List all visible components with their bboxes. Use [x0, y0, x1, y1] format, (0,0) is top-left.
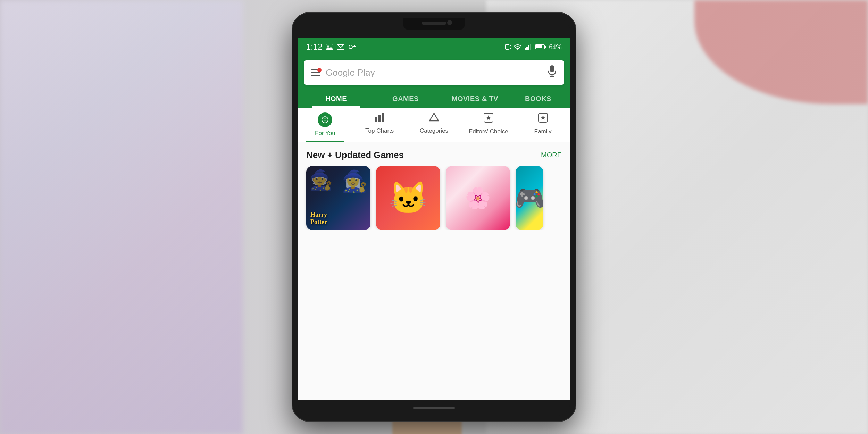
game-card-simons-cat[interactable]: 🐱 [376, 166, 440, 230]
svg-marker-32 [486, 115, 491, 120]
anime-icon: 🌸 [465, 186, 491, 210]
status-right-icons: 64% [504, 43, 562, 51]
categories-label: Categories [420, 127, 448, 134]
game-card-harry-potter[interactable]: 🧙 🧙‍♀️ HarryPotter [306, 166, 370, 230]
subnav-family[interactable]: Family [516, 112, 570, 142]
main-nav-tabs: HOME GAMES MOVIES & TV BOOKS [298, 89, 570, 108]
top-charts-icon [374, 112, 385, 122]
family-icon [538, 112, 548, 125]
svg-rect-6 [506, 44, 509, 49]
status-time: 1:12 [306, 42, 323, 52]
svg-rect-28 [378, 115, 381, 122]
microphone-button[interactable] [547, 65, 557, 80]
for-you-label: For You [315, 130, 335, 137]
section-header: New + Updated Games MORE [298, 142, 570, 166]
image-icon [325, 43, 334, 50]
hamburger-line-2 [311, 72, 320, 73]
svg-rect-29 [382, 113, 384, 122]
categories-icon [429, 112, 439, 125]
phone-notch [403, 18, 465, 30]
svg-marker-34 [541, 115, 545, 120]
bar-chart-icon [374, 112, 385, 125]
phone-notch-bar [298, 18, 570, 38]
svg-rect-27 [375, 117, 377, 122]
tab-books[interactable]: BOOKS [510, 89, 567, 108]
svg-rect-21 [550, 65, 554, 72]
search-bar-container: Google Play [298, 56, 570, 89]
svg-rect-15 [526, 47, 528, 50]
subnav-for-you[interactable]: For You [298, 112, 352, 142]
search-placeholder[interactable]: Google Play [326, 67, 547, 78]
content-area: New + Updated Games MORE 🧙 🧙‍♀️ HarryPot… [298, 142, 570, 400]
phone-screen: 1:12 [298, 38, 570, 400]
svg-point-13 [517, 49, 518, 50]
family-svg-icon [538, 112, 548, 123]
compass-icon [321, 116, 329, 124]
svg-point-3 [349, 45, 352, 49]
svg-marker-30 [429, 113, 439, 121]
svg-marker-25 [324, 118, 326, 119]
hamburger-line-3 [311, 75, 320, 76]
for-you-icon-circle [318, 112, 332, 127]
subnav-editors-choice[interactable]: Editors' Choice [461, 112, 516, 142]
game-card-anime[interactable]: 🌸 [446, 166, 510, 230]
notch-speaker [422, 22, 446, 25]
more-button[interactable]: MORE [541, 151, 562, 159]
tab-games[interactable]: GAMES [371, 89, 440, 108]
tab-home[interactable]: HOME [301, 89, 371, 108]
notch-camera [447, 20, 452, 25]
battery-icon [535, 44, 546, 50]
svg-point-24 [322, 117, 328, 123]
harry-potter-title: HarryPotter [310, 211, 327, 226]
search-bar[interactable]: Google Play [304, 60, 564, 85]
svg-rect-16 [528, 45, 529, 50]
svg-rect-17 [530, 44, 531, 50]
svg-rect-14 [525, 48, 526, 50]
svg-rect-20 [544, 46, 546, 48]
tab-movies-tv[interactable]: MOVIES & TV [440, 89, 510, 108]
gmail-icon [336, 44, 345, 50]
game-cards-row: 🧙 🧙‍♀️ HarryPotter 🐱 🌸 🎮 [298, 166, 570, 230]
sub-navigation: For You Top Charts [298, 108, 570, 142]
editors-choice-icon [483, 112, 494, 123]
categories-svg-icon [429, 112, 439, 122]
phone: 1:12 [292, 12, 576, 422]
top-charts-label: Top Charts [365, 127, 394, 134]
microphone-icon [547, 65, 557, 77]
status-left-area: 1:12 [306, 42, 356, 52]
partial-card-icon: 🎮 [516, 184, 543, 212]
svg-point-1 [327, 45, 329, 47]
vibrate-icon [504, 43, 511, 51]
home-indicator[interactable] [413, 407, 455, 409]
google-plus-icon [348, 43, 356, 51]
subnav-categories[interactable]: Categories [407, 112, 461, 142]
cat-icon: 🐱 [389, 180, 428, 216]
section-title: New + Updated Games [306, 150, 404, 160]
signal-icon [525, 44, 532, 50]
phone-bottom-bar [298, 400, 570, 416]
editors-choice-label: Editors' Choice [469, 128, 508, 135]
svg-marker-26 [324, 120, 326, 122]
svg-rect-19 [536, 45, 542, 48]
game-card-partial[interactable]: 🎮 [516, 166, 543, 230]
status-bar: 1:12 [298, 38, 570, 56]
hamburger-menu-button[interactable] [311, 69, 320, 76]
star-badge-icon [483, 112, 494, 125]
hp-wizard-icon-left: 🧙 [309, 169, 333, 191]
family-label: Family [534, 128, 552, 135]
wifi-icon [514, 43, 522, 50]
battery-percent: 64% [549, 43, 562, 51]
subnav-top-charts[interactable]: Top Charts [352, 112, 407, 142]
hp-wizard-icon-right: 🧙‍♀️ [342, 169, 368, 193]
notification-dot [317, 68, 322, 72]
